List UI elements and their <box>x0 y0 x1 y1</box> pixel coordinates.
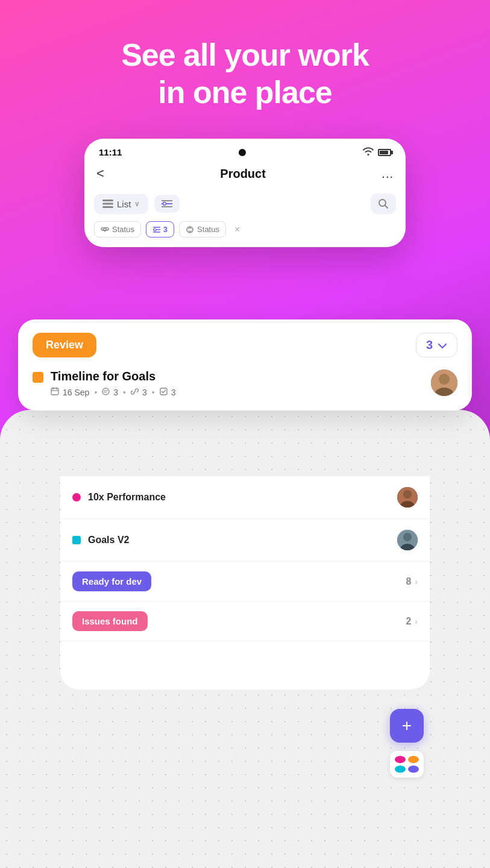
battery-icon <box>378 149 391 156</box>
back-button[interactable]: < <box>96 166 104 181</box>
toolbar-row: List ∨ <box>84 190 406 221</box>
comment-icon <box>102 388 110 397</box>
list-item-left: Goals V2 <box>72 535 129 546</box>
svg-line-8 <box>385 206 388 209</box>
task-count3: 3 <box>171 388 176 397</box>
issues-found-count: 2 › <box>406 616 418 627</box>
search-button[interactable] <box>371 193 396 214</box>
item-color-dot <box>72 493 81 502</box>
hero-line1: See all your work <box>0 36 490 74</box>
add-button[interactable]: + <box>390 709 424 743</box>
list-chevron-icon: ∨ <box>134 200 140 208</box>
hero-line2: in one place <box>0 74 490 111</box>
issues-found-section[interactable]: Issues found 2 › <box>60 602 430 641</box>
status-filter-label: Status <box>112 225 134 234</box>
phone-nav: < Product ... <box>84 162 406 190</box>
svg-point-18 <box>102 388 109 395</box>
svg-point-6 <box>163 203 166 206</box>
list-label: List <box>117 199 131 209</box>
svg-point-29 <box>403 533 412 541</box>
review-count-badge[interactable]: 3 <box>416 333 457 357</box>
status2-filter-label: Status <box>197 225 219 234</box>
list-view-button[interactable]: List ∨ <box>94 194 148 214</box>
svg-rect-0 <box>102 200 113 201</box>
status-icons <box>362 147 391 157</box>
time-display: 11:11 <box>99 147 122 157</box>
task-count2: 3 <box>142 388 147 397</box>
review-header-row: Review 3 <box>33 333 457 357</box>
hero-text: See all your work in one place <box>0 0 490 112</box>
svg-point-13 <box>154 228 156 231</box>
svg-rect-14 <box>51 388 58 395</box>
wifi-icon <box>362 147 374 157</box>
item-label: 10x Performance <box>88 492 166 503</box>
status-bar: 11:11 <box>84 139 406 162</box>
item-color-dot <box>72 536 81 544</box>
review-badge[interactable]: Review <box>33 333 96 357</box>
checkbox-icon <box>160 388 168 397</box>
task-count1: 3 <box>113 388 118 397</box>
list-item[interactable]: Goals V2 <box>60 519 430 562</box>
review-count: 3 <box>426 338 433 352</box>
review-card: Review 3 Timeline for Goals <box>18 319 472 410</box>
app-dot-3 <box>395 766 406 773</box>
status2-filter-tag[interactable]: Status <box>179 221 226 237</box>
app-dot-1 <box>395 756 406 763</box>
chevron-right-icon: › <box>415 577 418 587</box>
task-meta: 16 Sep • 3 • <box>51 387 424 397</box>
svg-rect-1 <box>102 203 113 205</box>
svg-rect-2 <box>102 206 113 208</box>
issues-count-number: 2 <box>406 616 411 627</box>
ready-count-number: 8 <box>406 576 411 587</box>
ready-for-dev-section[interactable]: Ready for dev 8 › <box>60 562 430 602</box>
ready-for-dev-tag: Ready for dev <box>72 571 151 591</box>
item-avatar <box>397 530 418 550</box>
link-icon <box>131 388 139 397</box>
task-assignee-avatar <box>431 370 457 396</box>
phone-card-back: 11:11 < Product ... <box>84 139 406 247</box>
task-info: Timeline for Goals 16 Sep • <box>51 370 424 397</box>
filter-tags-row: Status 3 Status × <box>84 221 406 247</box>
issues-found-tag: Issues found <box>72 611 148 631</box>
list-item-left: 10x Performance <box>72 492 166 503</box>
item-label: Goals V2 <box>88 535 129 546</box>
chevron-right-icon: › <box>415 617 418 626</box>
app-dot-2 <box>408 756 419 763</box>
featured-task-row[interactable]: Timeline for Goals 16 Sep • <box>33 370 457 397</box>
count-filter-tag[interactable]: 3 <box>146 221 174 237</box>
task-title: Timeline for Goals <box>51 370 424 383</box>
clear-filters-button[interactable]: × <box>231 223 243 236</box>
calendar-icon <box>51 387 59 397</box>
camera-dot <box>239 149 246 156</box>
fab-area: + <box>390 709 424 778</box>
bottom-spacer <box>60 641 430 690</box>
more-menu-button[interactable]: ... <box>382 167 394 181</box>
app-switcher-button[interactable] <box>390 751 424 778</box>
item-avatar <box>397 487 418 508</box>
list-item[interactable]: 10x Performance <box>60 476 430 519</box>
status-filter-tag[interactable]: Status <box>94 221 141 237</box>
svg-rect-21 <box>160 388 167 395</box>
filter-button[interactable] <box>154 195 180 213</box>
page-title: Product <box>220 167 266 181</box>
review-chevron-icon <box>438 338 447 352</box>
task-date: 16 Sep <box>63 388 89 397</box>
bottom-list: 10x Performance Goals V2 Ready for dev <box>60 476 430 690</box>
ready-for-dev-count: 8 › <box>406 576 418 587</box>
count-filter-number: 3 <box>163 225 168 234</box>
task-color-indicator <box>33 372 43 383</box>
svg-point-23 <box>439 374 450 385</box>
app-dot-4 <box>408 766 419 773</box>
svg-point-26 <box>403 490 412 498</box>
